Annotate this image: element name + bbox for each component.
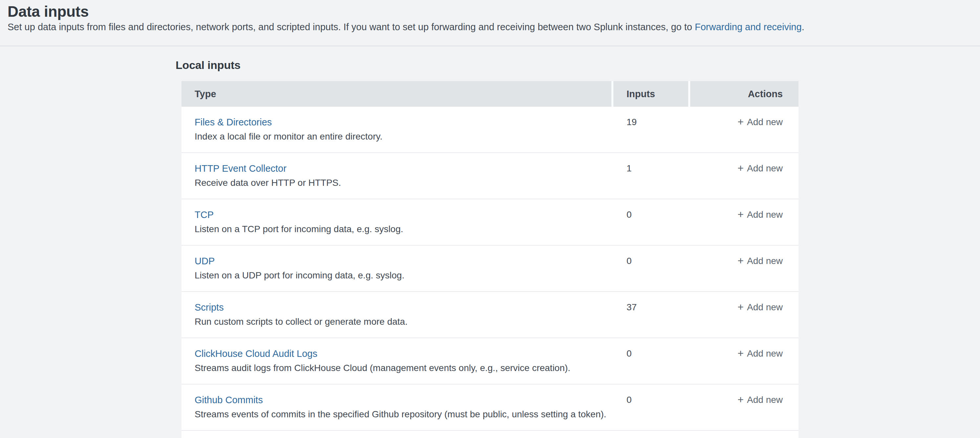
- add-new-label: Add new: [747, 348, 783, 360]
- page-subtitle-text: Set up data inputs from files and direct…: [8, 22, 695, 32]
- input-type-link[interactable]: ClickHouse Cloud Audit Logs: [195, 348, 317, 360]
- add-new-button[interactable]: +Add new: [737, 301, 783, 313]
- main-content: Local inputs Type Inputs Actions Files &…: [0, 58, 980, 438]
- input-type-description: Run custom scripts to collect or generat…: [195, 316, 600, 328]
- actions-cell: +Add new: [690, 153, 799, 199]
- add-new-label: Add new: [747, 255, 783, 267]
- page-subtitle: Set up data inputs from files and direct…: [8, 21, 980, 33]
- plus-icon: +: [737, 255, 744, 267]
- type-cell: Scripts Run custom scripts to collect or…: [181, 292, 613, 338]
- add-new-label: Add new: [747, 209, 783, 221]
- table-row: ClickHouse Cloud Audit Logs Streams audi…: [181, 338, 799, 384]
- plus-icon: +: [737, 209, 744, 220]
- actions-cell: +Add new: [690, 107, 799, 152]
- table-row: Files & Directories Index a local file o…: [181, 107, 799, 153]
- inputs-count: 0: [613, 384, 690, 430]
- table-row: UDP Listen on a UDP port for incoming da…: [181, 245, 799, 292]
- input-type-description: Streams audit logs from ClickHouse Cloud…: [195, 362, 600, 374]
- add-new-label: Add new: [747, 116, 783, 128]
- input-type-description: Receive data over HTTP or HTTPS.: [195, 177, 600, 189]
- add-new-button[interactable]: +Add new: [737, 116, 783, 128]
- actions-cell: +Add new: [690, 384, 799, 430]
- inputs-count: 0: [613, 199, 690, 245]
- column-header-type: Type: [181, 81, 613, 107]
- page-subtitle-period: .: [802, 22, 804, 32]
- input-type-link[interactable]: UDP: [195, 255, 215, 267]
- actions-cell: +Add new: [690, 245, 799, 291]
- plus-icon: +: [737, 162, 744, 174]
- inputs-count: 37: [613, 292, 690, 338]
- input-type-link[interactable]: TCP: [195, 209, 214, 221]
- add-new-label: Add new: [747, 301, 783, 313]
- next-row-cutoff: [181, 431, 799, 438]
- input-type-description: Listen on a UDP port for incoming data, …: [195, 269, 600, 281]
- add-new-label: Add new: [747, 162, 783, 174]
- type-cell: Github Commits Streams events of commits…: [181, 384, 613, 430]
- actions-cell: +Add new: [690, 199, 799, 245]
- input-type-description: Index a local file or monitor an entire …: [195, 131, 600, 142]
- type-cell: Files & Directories Index a local file o…: [181, 107, 613, 152]
- table-row: HTTP Event Collector Receive data over H…: [181, 153, 799, 199]
- plus-icon: +: [737, 301, 744, 313]
- plus-icon: +: [737, 394, 744, 406]
- inputs-count: 0: [613, 245, 690, 291]
- table-row: Scripts Run custom scripts to collect or…: [181, 292, 799, 338]
- add-new-label: Add new: [747, 394, 783, 406]
- plus-icon: +: [737, 116, 744, 128]
- input-type-link[interactable]: HTTP Event Collector: [195, 162, 286, 174]
- table-header-row: Type Inputs Actions: [181, 81, 799, 107]
- add-new-button[interactable]: +Add new: [737, 255, 783, 267]
- add-new-button[interactable]: +Add new: [737, 348, 783, 360]
- input-type-description: Streams events of commits in the specifi…: [195, 408, 600, 420]
- actions-cell: +Add new: [690, 338, 799, 384]
- page-title: Data inputs: [8, 3, 980, 21]
- column-header-actions: Actions: [690, 81, 799, 107]
- type-cell: ClickHouse Cloud Audit Logs Streams audi…: [181, 338, 613, 384]
- add-new-button[interactable]: +Add new: [737, 394, 783, 406]
- input-type-link[interactable]: Scripts: [195, 301, 224, 313]
- add-new-button[interactable]: +Add new: [737, 209, 783, 221]
- inputs-count: 0: [613, 338, 690, 384]
- input-type-description: Listen on a TCP port for incoming data, …: [195, 223, 600, 235]
- page-header: Data inputs Set up data inputs from file…: [0, 0, 980, 46]
- table-row: Github Commits Streams events of commits…: [181, 384, 799, 431]
- type-cell: UDP Listen on a UDP port for incoming da…: [181, 245, 613, 291]
- input-type-link[interactable]: Github Commits: [195, 394, 263, 406]
- local-inputs-table: Type Inputs Actions Files & Directories …: [181, 81, 799, 438]
- plus-icon: +: [737, 347, 744, 359]
- forwarding-and-receiving-link[interactable]: Forwarding and receiving: [695, 22, 802, 32]
- inputs-count: 1: [613, 153, 690, 199]
- inputs-count: 19: [613, 107, 690, 152]
- section-title: Local inputs: [176, 58, 980, 72]
- table-row: TCP Listen on a TCP port for incoming da…: [181, 199, 799, 245]
- actions-cell: +Add new: [690, 292, 799, 338]
- input-type-link[interactable]: Files & Directories: [195, 116, 272, 128]
- add-new-button[interactable]: +Add new: [737, 162, 783, 174]
- type-cell: TCP Listen on a TCP port for incoming da…: [181, 199, 613, 245]
- column-header-inputs: Inputs: [613, 81, 690, 107]
- type-cell: HTTP Event Collector Receive data over H…: [181, 153, 613, 199]
